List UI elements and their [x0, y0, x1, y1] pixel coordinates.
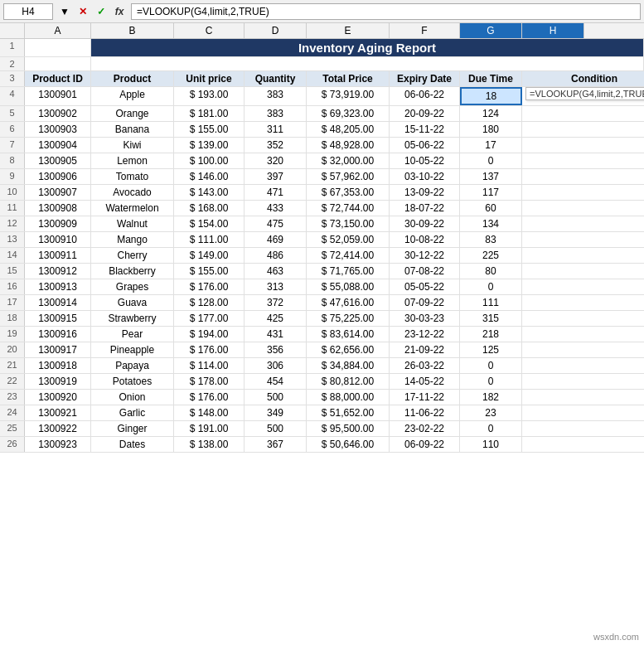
cell-expirydate[interactable]: 17-11-22: [390, 390, 460, 405]
col-header-G[interactable]: G: [460, 23, 522, 38]
cell-duetime[interactable]: 124: [460, 106, 522, 121]
cell-product[interactable]: Dates: [91, 437, 174, 452]
cell-condition[interactable]: [522, 342, 644, 357]
cell-expirydate[interactable]: 07-08-22: [390, 264, 460, 279]
cell-expirydate[interactable]: 06-06-22: [390, 87, 460, 105]
cell-duetime[interactable]: 0: [460, 153, 522, 168]
cell-expirydate[interactable]: 05-05-22: [390, 279, 460, 294]
col-header-F[interactable]: F: [390, 23, 460, 38]
cell-product[interactable]: Kiwi: [91, 138, 174, 153]
cell-quantity[interactable]: 383: [245, 87, 307, 105]
cell-totalprice[interactable]: $ 52,059.00: [307, 232, 390, 247]
cell-productid[interactable]: 1300910: [25, 232, 91, 247]
cell-product[interactable]: Lemon: [91, 153, 174, 168]
cell-productid[interactable]: 1300912: [25, 264, 91, 279]
cell-condition[interactable]: [522, 216, 644, 231]
cell-product[interactable]: Garlic: [91, 405, 174, 420]
cell-B1[interactable]: Inventory Aging Report: [91, 39, 644, 56]
cell-duetime[interactable]: 80: [460, 264, 522, 279]
cell-reference-box[interactable]: [3, 3, 53, 20]
cell-unitprice[interactable]: $ 100.00: [174, 153, 245, 168]
cell-condition[interactable]: [522, 185, 644, 200]
cell-totalprice[interactable]: $ 80,812.00: [307, 374, 390, 389]
cell-totalprice[interactable]: $ 75,225.00: [307, 311, 390, 326]
cell-unitprice[interactable]: $ 155.00: [174, 122, 245, 137]
cell-quantity[interactable]: 454: [245, 374, 307, 389]
cell-duetime[interactable]: 225: [460, 248, 522, 263]
cell-productid[interactable]: 1300909: [25, 216, 91, 231]
cell-quantity-header[interactable]: Quantity: [245, 71, 307, 86]
cell-condition[interactable]: [522, 311, 644, 326]
cell-unitprice[interactable]: $ 128.00: [174, 295, 245, 310]
cell-productid[interactable]: 1300918: [25, 358, 91, 373]
cell-quantity[interactable]: 383: [245, 106, 307, 121]
cell-totalprice[interactable]: $ 50,646.00: [307, 437, 390, 452]
cell-totalprice[interactable]: $ 55,088.00: [307, 279, 390, 294]
confirm-icon[interactable]: ✓: [93, 3, 109, 20]
cell-totalprice[interactable]: $ 73,919.00: [307, 87, 390, 105]
col-header-E[interactable]: E: [307, 23, 390, 38]
cell-expirydate[interactable]: 05-06-22: [390, 138, 460, 153]
cell-productid[interactable]: 1300904: [25, 138, 91, 153]
cell-productid[interactable]: 1300911: [25, 248, 91, 263]
cell-product[interactable]: Ginger: [91, 421, 174, 436]
cell-quantity[interactable]: 397: [245, 169, 307, 184]
cell-totalprice[interactable]: $ 83,614.00: [307, 327, 390, 342]
col-header-H[interactable]: H: [522, 23, 584, 38]
cell-totalprice[interactable]: $ 57,962.00: [307, 169, 390, 184]
cell-expirydate[interactable]: 30-12-22: [390, 248, 460, 263]
cell-quantity[interactable]: 311: [245, 122, 307, 137]
cell-condition[interactable]: [522, 122, 644, 137]
cell-productid[interactable]: 1300906: [25, 169, 91, 184]
cell-expirydate[interactable]: 15-11-22: [390, 122, 460, 137]
cell-duetime[interactable]: 182: [460, 390, 522, 405]
cell-product[interactable]: Potatoes: [91, 374, 174, 389]
cell-totalprice[interactable]: $ 95,500.00: [307, 421, 390, 436]
cell-totalprice[interactable]: $ 62,656.00: [307, 342, 390, 357]
cell-product[interactable]: Blackberry: [91, 264, 174, 279]
cell-product[interactable]: Watermelon: [91, 201, 174, 216]
cell-duetime[interactable]: 0: [460, 358, 522, 373]
cell-expirydate[interactable]: 30-09-22: [390, 216, 460, 231]
cell-productid[interactable]: 1300923: [25, 437, 91, 452]
cell-totalprice[interactable]: $ 69,323.00: [307, 106, 390, 121]
cell-expirydate[interactable]: 11-06-22: [390, 405, 460, 420]
cell-product[interactable]: Onion: [91, 390, 174, 405]
cell-product[interactable]: Pear: [91, 327, 174, 342]
cell-unitprice[interactable]: $ 191.00: [174, 421, 245, 436]
formula-input[interactable]: [131, 3, 641, 20]
cell-expirydate[interactable]: 13-09-22: [390, 185, 460, 200]
cell-expirydate[interactable]: 30-03-23: [390, 311, 460, 326]
cell-unitprice[interactable]: $ 178.00: [174, 374, 245, 389]
cell-productid[interactable]: 1300914: [25, 295, 91, 310]
cell-condition[interactable]: =VLOOKUP(G4,limit,2,TRUE): [522, 87, 644, 105]
cell-condition[interactable]: [522, 327, 644, 342]
cell-duetime[interactable]: 23: [460, 405, 522, 420]
col-header-A[interactable]: A: [25, 23, 91, 38]
cell-totalprice[interactable]: $ 88,000.00: [307, 390, 390, 405]
cell-condition[interactable]: [522, 153, 644, 168]
cell-productid[interactable]: 1300905: [25, 153, 91, 168]
cell-duetime[interactable]: 110: [460, 437, 522, 452]
cell-quantity[interactable]: 349: [245, 405, 307, 420]
cell-condition[interactable]: [522, 405, 644, 420]
cell-quantity[interactable]: 367: [245, 437, 307, 452]
cell-unitprice[interactable]: $ 155.00: [174, 264, 245, 279]
cell-duetime[interactable]: 125: [460, 342, 522, 357]
cell-productid[interactable]: 1300915: [25, 311, 91, 326]
cell-productid[interactable]: 1300920: [25, 390, 91, 405]
cell-totalprice[interactable]: $ 48,928.00: [307, 138, 390, 153]
cell-unitprice[interactable]: $ 139.00: [174, 138, 245, 153]
cell-duetime[interactable]: 117: [460, 185, 522, 200]
cell-productid[interactable]: 1300921: [25, 405, 91, 420]
cell-totalprice[interactable]: $ 32,000.00: [307, 153, 390, 168]
cell-condition[interactable]: [522, 279, 644, 294]
cell-duetime[interactable]: 0: [460, 421, 522, 436]
cell-productid[interactable]: 1300913: [25, 279, 91, 294]
cell-duetime[interactable]: 18: [460, 87, 522, 105]
cell-unitprice[interactable]: $ 138.00: [174, 437, 245, 452]
cell-productid[interactable]: 1300922: [25, 421, 91, 436]
cell-expirydate[interactable]: 26-03-22: [390, 358, 460, 373]
cell-totalprice[interactable]: $ 73,150.00: [307, 216, 390, 231]
cell-productid[interactable]: 1300919: [25, 374, 91, 389]
